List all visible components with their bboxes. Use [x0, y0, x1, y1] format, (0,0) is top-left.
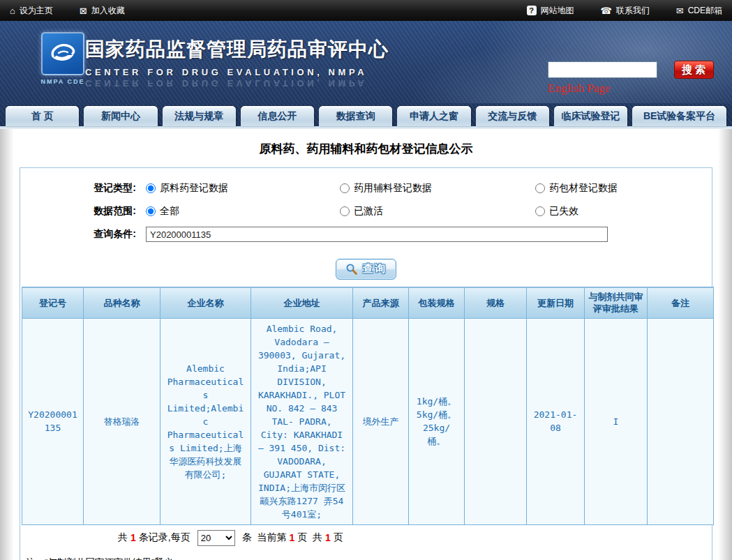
- cell-update-date: 2021-01-08: [527, 318, 585, 524]
- pagination-page-label: 页 共: [297, 531, 322, 544]
- cell-reg-no: Y20200001135: [22, 318, 84, 524]
- radio-packaging[interactable]: 药包材登记数据: [535, 182, 710, 195]
- cell-spec: [465, 318, 527, 524]
- cde-mail-label: CDE邮箱: [688, 5, 722, 17]
- table-header-row: 登记号 品种名称 企业名称 企业地址 产品来源 包装规格 规格 更新日期 与制剂…: [22, 287, 714, 318]
- radio-all-label: 全部: [160, 205, 179, 218]
- header-search-button[interactable]: 搜索: [674, 61, 714, 79]
- cell-origin: 境外生产: [353, 318, 409, 524]
- cell-package-spec: 1kg/桶。5kg/桶。25kg/桶。: [409, 318, 465, 524]
- legend-notes: 注：“与制剂共同审评审批结果”释义： 符号 代表含义 A 已批准在上市制剂使用的…: [22, 552, 710, 560]
- radio-expired-input[interactable]: [535, 206, 545, 216]
- radio-raw-material-label: 原料药登记数据: [160, 182, 228, 195]
- cell-product-name: 替格瑞洛: [84, 318, 160, 524]
- set-home-link[interactable]: ⌂ 设为主页: [10, 5, 53, 17]
- col-header-spec: 规格: [465, 287, 527, 318]
- radio-activated-input[interactable]: [340, 206, 350, 216]
- contact-label: 联系我们: [616, 5, 650, 17]
- page-title: 原料药、药用辅料和药包材登记信息公示: [14, 129, 718, 167]
- query-button-label: 查询: [363, 262, 387, 275]
- radio-packaging-input[interactable]: [535, 183, 545, 193]
- pagination-pages-label: 页: [334, 531, 343, 544]
- cell-remark: [648, 318, 714, 524]
- radio-raw-material[interactable]: 原料药登记数据: [146, 182, 340, 195]
- tab-applicant-window[interactable]: 申请人之窗: [397, 106, 470, 126]
- content-area: 原料药、药用辅料和药包材登记信息公示 登记类型: 原料药登记数据 药用辅料登记数…: [0, 129, 732, 560]
- radio-excipient[interactable]: 药用辅料登记数据: [340, 182, 535, 195]
- page-size-select[interactable]: 20: [197, 530, 235, 546]
- tab-exchange-feedback[interactable]: 交流与反馈: [476, 106, 549, 126]
- site-title-cn: 国家药品监督管理局药品审评中心: [85, 36, 389, 63]
- magnifier-icon: [345, 263, 358, 275]
- set-home-label: 设为主页: [20, 5, 53, 17]
- phone-icon: ☎: [601, 6, 612, 15]
- reg-type-label: 登记类型:: [22, 182, 146, 195]
- tab-clinical-trial-reg[interactable]: 临床试验登记: [554, 106, 627, 126]
- site-header: NMPA CDE 国家药品监督管理局药品审评中心 CENTER FOR DRUG…: [0, 21, 732, 103]
- col-header-package-spec: 包装规格: [409, 287, 465, 318]
- col-header-product-name: 品种名称: [84, 287, 160, 318]
- tab-home[interactable]: 首 页: [6, 106, 79, 126]
- radio-excipient-label: 药用辅料登记数据: [354, 182, 432, 195]
- pagination-current-page: 1: [289, 532, 294, 543]
- cell-joint-review: I: [585, 318, 648, 524]
- page: ⌂ 设为主页 ⊠ 加入收藏 ? 网站地图 ☎ 联系我们 ✉ CDE邮箱: [0, 0, 732, 560]
- add-favorite-link[interactable]: ⊠ 加入收藏: [80, 5, 125, 17]
- col-header-origin: 产品来源: [353, 287, 409, 318]
- radio-raw-material-input[interactable]: [146, 183, 156, 193]
- cell-company: Alembic Pharmaceuticals Limited;Alembic …: [160, 318, 251, 524]
- english-page-link[interactable]: English Page: [548, 82, 610, 96]
- query-condition-input[interactable]: [146, 227, 608, 242]
- header-search-zone: 搜索 English Page: [548, 61, 714, 96]
- results-table: 登记号 品种名称 企业名称 企业地址 产品来源 包装规格 规格 更新日期 与制剂…: [22, 287, 714, 525]
- help-icon: ?: [527, 6, 537, 15]
- scope-row: 数据范围: 全部 已激活 已失效: [22, 199, 710, 222]
- nmpa-cde-logo[interactable]: NMPA CDE: [38, 32, 87, 85]
- radio-activated[interactable]: 已激活: [340, 205, 535, 218]
- radio-expired-label: 已失效: [549, 205, 578, 218]
- col-header-company: 企业名称: [160, 287, 251, 318]
- sitemap-link[interactable]: ? 网站地图: [527, 5, 574, 17]
- topbar: ⌂ 设为主页 ⊠ 加入收藏 ? 网站地图 ☎ 联系我们 ✉ CDE邮箱: [0, 0, 732, 21]
- radio-excipient-input[interactable]: [340, 183, 350, 193]
- tab-regulations[interactable]: 法规与规章: [163, 106, 236, 126]
- scope-label: 数据范围:: [22, 205, 146, 218]
- pagination-total-count: 1: [130, 532, 136, 543]
- radio-all[interactable]: 全部: [146, 205, 340, 218]
- radio-packaging-label: 药包材登记数据: [549, 182, 618, 195]
- logo-caption: NMPA CDE: [38, 78, 87, 85]
- pagination-total-prefix: 共: [118, 531, 128, 544]
- col-header-remark: 备注: [648, 287, 714, 318]
- home-icon: ⌂: [10, 6, 15, 15]
- pagination-unit-label: 条 当前第: [242, 531, 287, 544]
- pagination-records-label: 条记录,每页: [139, 531, 191, 544]
- col-header-reg-no: 登记号: [22, 287, 84, 318]
- col-header-joint-review: 与制剂共同审评审批结果: [585, 287, 648, 318]
- site-title-en: CENTER FOR DRUG EVALUATION, NMPA: [85, 67, 389, 77]
- logo-icon: [41, 32, 84, 75]
- note-title: 注：“与制剂共同审评审批结果”释义：: [26, 554, 706, 560]
- cde-mail-link[interactable]: ✉ CDE邮箱: [676, 5, 722, 17]
- header-search-input[interactable]: [548, 61, 657, 78]
- main-nav: 首 页 新闻中心 法规与规章 信息公开 数据查询 申请人之窗 交流与反馈 临床试…: [0, 103, 732, 126]
- query-panel: 登记类型: 原料药登记数据 药用辅料登记数据 药包材登记数据 数据范围:: [20, 167, 712, 560]
- query-button-row: 查询: [22, 259, 710, 280]
- table-row: Y20200001135 替格瑞洛 Alembic Pharmaceutical…: [22, 318, 714, 524]
- topbar-left: ⌂ 设为主页 ⊠ 加入收藏: [10, 5, 125, 17]
- site-titles: 国家药品监督管理局药品审评中心 CENTER FOR DRUG EVALUATI…: [85, 36, 389, 89]
- col-header-update-date: 更新日期: [527, 287, 585, 318]
- tab-news-center[interactable]: 新闻中心: [84, 106, 157, 126]
- pagination: 共 1 条记录,每页 20 条 当前第 1 页 共 1 页: [22, 525, 710, 552]
- mail-icon: ✉: [676, 6, 684, 15]
- radio-all-input[interactable]: [146, 206, 156, 216]
- sitemap-label: 网站地图: [541, 5, 574, 17]
- tab-be-platform[interactable]: BE试验备案平台: [632, 106, 726, 126]
- tab-data-query[interactable]: 数据查询: [319, 106, 392, 126]
- query-condition-label: 查询条件:: [22, 228, 146, 241]
- tab-info-disclosure[interactable]: 信息公开: [241, 106, 314, 126]
- col-header-address: 企业地址: [251, 287, 353, 318]
- query-button[interactable]: 查询: [336, 259, 396, 280]
- contact-link[interactable]: ☎ 联系我们: [601, 5, 650, 17]
- reg-type-row: 登记类型: 原料药登记数据 药用辅料登记数据 药包材登记数据: [22, 176, 710, 199]
- radio-expired[interactable]: 已失效: [535, 205, 710, 218]
